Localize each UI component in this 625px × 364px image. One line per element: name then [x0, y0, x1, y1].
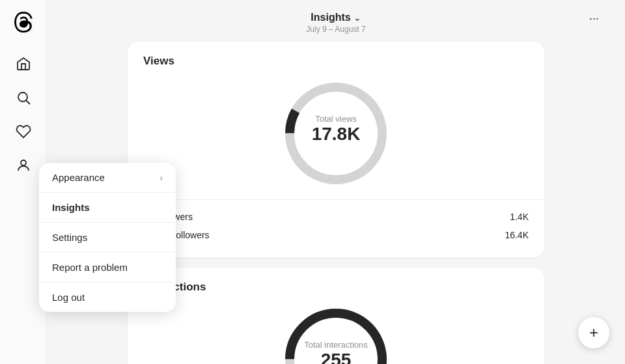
svg-line-1 — [26, 101, 30, 105]
views-donut-label: Total views — [300, 114, 372, 124]
views-donut-chart: Total views 17.8K — [281, 78, 391, 189]
popup-item-appearance[interactable]: Appearance › — [39, 163, 176, 192]
svg-point-2 — [21, 160, 26, 165]
popup-item-settings[interactable]: Settings — [39, 223, 176, 252]
interactions-card: Interactions Total interactions 255 — [128, 268, 544, 364]
popup-menu: Appearance › Insights Settings Report a … — [39, 163, 176, 312]
views-donut-value: 17.8K — [300, 124, 372, 145]
svg-point-0 — [18, 92, 27, 102]
interactions-donut-wrap: Total interactions 255 — [143, 304, 529, 364]
sidebar-item-search[interactable] — [9, 83, 38, 112]
sidebar-item-activity[interactable] — [9, 117, 38, 146]
popup-item-logout[interactable]: Log out — [39, 283, 176, 312]
interactions-donut-value: 255 — [294, 350, 378, 364]
views-stat-nonfollowers: Non-followers 16.4K — [143, 226, 529, 244]
views-card: Views Total views 17.8K — [128, 42, 544, 257]
interactions-donut-chart: Total interactions 255 — [281, 304, 391, 364]
views-card-title: Views — [143, 55, 529, 68]
nonfollowers-value: 16.4K — [505, 230, 529, 240]
top-bar: Insights ⌄ July 9 – August 7 ··· — [47, 7, 625, 36]
cards-container: Views Total views 17.8K — [128, 36, 544, 364]
sidebar-item-profile[interactable] — [9, 151, 38, 180]
more-options-button[interactable]: ··· — [589, 12, 599, 25]
followers-value: 1.4K — [510, 212, 529, 222]
sidebar-item-home[interactable] — [9, 49, 38, 78]
title-chevron-icon[interactable]: ⌄ — [354, 12, 361, 23]
interactions-card-title: Interactions — [143, 281, 529, 294]
popup-item-insights[interactable]: Insights — [39, 193, 176, 222]
sidebar-nav — [9, 49, 38, 354]
popup-item-report[interactable]: Report a problem — [39, 253, 176, 282]
interactions-donut-label: Total interactions — [294, 340, 378, 350]
views-stat-followers: Followers 1.4K — [143, 208, 529, 226]
views-divider — [128, 199, 544, 200]
threads-logo[interactable] — [12, 10, 35, 34]
fab-button[interactable]: + — [578, 317, 609, 348]
date-range: July 9 – August 7 — [306, 25, 365, 34]
sidebar: Appearance › Insights Settings Report a … — [0, 0, 47, 364]
views-donut-wrap: Total views 17.8K — [143, 78, 529, 189]
chevron-right-icon: › — [160, 173, 163, 183]
page-title: Insights — [311, 12, 350, 23]
